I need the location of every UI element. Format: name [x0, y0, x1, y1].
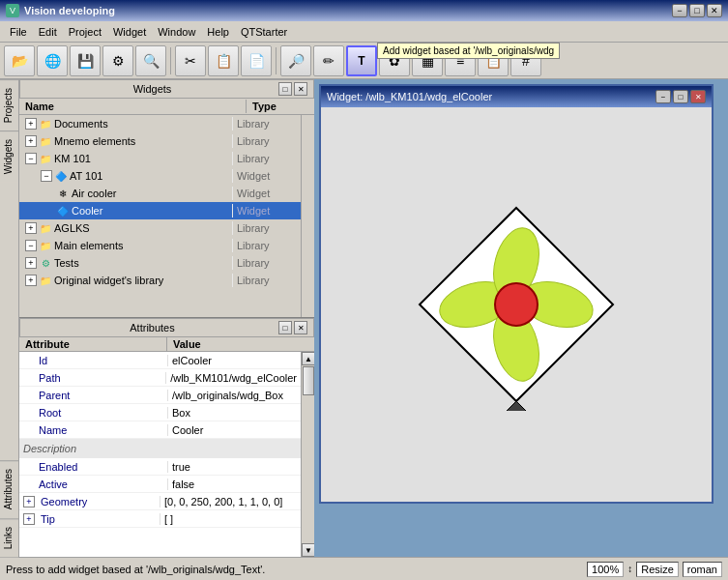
attr-row-parent[interactable]: Parent /wlb_originals/wdg_Box — [19, 387, 301, 404]
widgets-columns: Name Type — [19, 99, 314, 115]
tab-attributes[interactable]: Attributes — [0, 460, 18, 517]
menu-qtstarter[interactable]: QTStarter — [235, 24, 293, 40]
toolbar-tooltip: Add widget based at '/wlb_originals/wdg — [377, 43, 560, 59]
widgets-header: Widgets □ ✕ — [19, 79, 314, 99]
svg-marker-6 — [497, 401, 536, 411]
left-tabs: Projects Widgets Attributes Links — [0, 79, 19, 557]
tree-row-mnemo[interactable]: + 📁 Mnemo elements Library — [19, 132, 301, 150]
canvas-minimize-btn[interactable]: − — [655, 90, 671, 103]
toolbar-save-btn[interactable]: 💾 — [70, 45, 101, 76]
canvas-content — [321, 107, 712, 502]
expand-tests[interactable]: + — [25, 257, 37, 269]
attr-row-enabled[interactable]: Enabled true — [19, 458, 301, 476]
attributes-list: Id elCooler Path /wlb_KM101/wdg_elCooler… — [19, 352, 301, 557]
icon-mnemo: 📁 — [39, 134, 52, 148]
widgets-section: Widgets □ ✕ Name Type + 📁 — [19, 79, 314, 318]
icon-aircooler: ❄ — [56, 187, 70, 200]
canvas-close-btn[interactable]: ✕ — [690, 90, 706, 103]
tree-row-aircooler[interactable]: ❄ Air cooler Widget — [19, 185, 301, 202]
col-type: Type — [247, 100, 314, 113]
icon-main: 📁 — [39, 239, 52, 252]
attributes-columns: Attribute Value — [19, 337, 314, 352]
close-button[interactable]: ✕ — [707, 4, 722, 17]
attr-row-tip[interactable]: + Tip [ ] — [19, 510, 301, 528]
attr-row-path[interactable]: Path /wlb_KM101/wdg_elCooler — [19, 369, 301, 387]
menu-window[interactable]: Window — [152, 24, 201, 40]
status-resize[interactable]: Resize — [636, 562, 679, 577]
icon-cooler: 🔷 — [56, 204, 70, 218]
col-name: Name — [19, 100, 247, 113]
tree-row-at101[interactable]: − 🔷 AT 101 Widget — [19, 167, 301, 185]
attr-col-attribute: Attribute — [19, 337, 167, 351]
expand-tip[interactable]: + — [23, 513, 35, 525]
attr-row-name[interactable]: Name Cooler — [19, 421, 301, 439]
canvas-titlebar: Widget: /wlb_KM101/wdg_elCooler − □ ✕ — [321, 86, 712, 107]
menu-widget[interactable]: Widget — [107, 24, 152, 40]
menu-project[interactable]: Project — [63, 24, 107, 40]
toolbar-zoom-btn[interactable]: 🔎 — [280, 45, 311, 76]
maximize-button[interactable]: □ — [689, 4, 705, 17]
attributes-close-btn[interactable]: ✕ — [294, 321, 307, 334]
status-right: 100% ↕ Resize roman — [587, 562, 722, 577]
widgets-float-btn[interactable]: □ — [278, 82, 292, 96]
attributes-float-btn[interactable]: □ — [278, 321, 292, 334]
toolbar-paste-btn[interactable]: 📄 — [241, 45, 272, 76]
attributes-scrollbar[interactable]: ▲ ▼ — [301, 352, 314, 557]
tree-row-tests[interactable]: + ⚙ Tests Library — [19, 254, 301, 272]
toolbar-copy-btn[interactable]: 📋 — [208, 45, 239, 76]
toolbar-edit-btn[interactable]: ✏ — [313, 45, 344, 76]
scrollbar-up[interactable]: ▲ — [302, 352, 314, 365]
menu-help[interactable]: Help — [201, 24, 235, 40]
attributes-header-btns: □ ✕ — [278, 321, 307, 334]
toolbar-inspect-btn[interactable]: 🔍 — [135, 45, 166, 76]
widgets-scrollbar[interactable] — [301, 115, 314, 317]
minimize-button[interactable]: − — [672, 4, 687, 17]
expand-mnemo[interactable]: + — [25, 135, 37, 147]
attr-row-active[interactable]: Active false — [19, 476, 301, 493]
expand-documents[interactable]: + — [25, 118, 37, 130]
tree-row-km101[interactable]: − 📁 KM 101 Library — [19, 150, 301, 167]
toolbar-cut-btn[interactable]: ✂ — [175, 45, 206, 76]
toolbar-run-btn[interactable]: ⚙ — [102, 45, 133, 76]
window-controls: − □ ✕ — [672, 4, 722, 17]
toolbar: 📂 🌐 💾 ⚙ 🔍 ✂ 📋 📄 🔎 ✏ T ✿ ▦ ≡ 📋 # Add widg… — [0, 43, 728, 79]
expand-originals[interactable]: + — [25, 275, 37, 286]
attr-row-id[interactable]: Id elCooler — [19, 352, 301, 369]
widgets-title: Widgets — [26, 83, 278, 95]
tree-row-aglks[interactable]: + 📁 AGLKS Library — [19, 219, 301, 237]
canvas-title: Widget: /wlb_KM101/wdg_elCooler — [327, 91, 492, 102]
widgets-close-btn[interactable]: ✕ — [294, 82, 307, 96]
tab-widgets[interactable]: Widgets — [0, 130, 18, 182]
attr-section-description: Description — [19, 439, 301, 458]
scrollbar-thumb[interactable] — [303, 366, 314, 395]
toolbar-open-btn[interactable]: 📂 — [4, 45, 35, 76]
icon-originals: 📁 — [39, 274, 52, 287]
attributes-scroll-area: Id elCooler Path /wlb_KM101/wdg_elCooler… — [19, 352, 314, 557]
tab-projects[interactable]: Projects — [0, 79, 18, 130]
toolbar-text-btn[interactable]: T — [346, 45, 377, 76]
toolbar-sep-1 — [170, 47, 171, 74]
attr-row-root[interactable]: Root Box — [19, 404, 301, 421]
expand-geometry[interactable]: + — [23, 496, 35, 508]
tab-links[interactable]: Links — [0, 518, 18, 557]
toolbar-globe-btn[interactable]: 🌐 — [37, 45, 68, 76]
expand-aglks[interactable]: + — [25, 222, 37, 234]
app-icon: V — [6, 4, 19, 17]
attr-row-geometry[interactable]: + Geometry [0, 0, 250, 200, 1, 1, 0, 0] — [19, 493, 301, 510]
expand-km101[interactable]: − — [25, 153, 37, 164]
canvas-maximize-btn[interactable]: □ — [673, 90, 688, 103]
tree-row-originals[interactable]: + 📁 Original widget's library Library — [19, 272, 301, 289]
icon-aglks: 📁 — [39, 221, 52, 235]
expand-at101[interactable]: − — [41, 170, 52, 182]
tree-row-cooler[interactable]: 🔷 Cooler Widget — [19, 202, 301, 219]
tree-row-documents[interactable]: + 📁 Documents Library — [19, 115, 301, 132]
attributes-section: Attributes □ ✕ Attribute Value Id elCool… — [19, 318, 314, 557]
scrollbar-down[interactable]: ▼ — [302, 543, 314, 557]
toolbar-sep-2 — [276, 47, 277, 74]
menu-edit[interactable]: Edit — [33, 24, 63, 40]
menu-file[interactable]: File — [4, 24, 33, 40]
expand-main[interactable]: − — [25, 240, 37, 251]
tree-row-main[interactable]: − 📁 Main elements Library — [19, 237, 301, 254]
widgets-tree-wrap: + 📁 Documents Library + 📁 Mnemo elements — [19, 115, 314, 317]
attributes-header: Attributes □ ✕ — [19, 318, 314, 337]
